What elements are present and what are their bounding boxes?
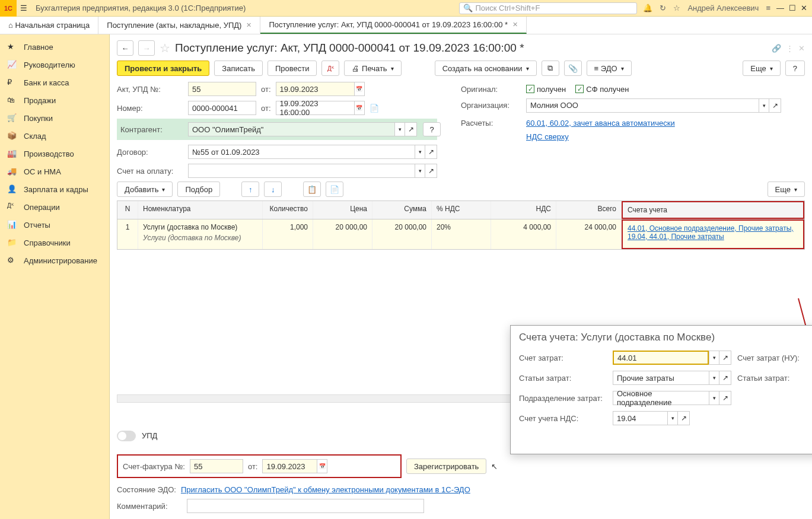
move-down-button[interactable]: ↓ — [264, 182, 282, 197]
maximize-button[interactable]: ☐ — [789, 4, 796, 12]
cell-accounts[interactable]: 44.01, Основное подразделение, Прочие за… — [622, 219, 804, 249]
post-and-close-button[interactable]: Провести и закрыть — [117, 61, 209, 76]
forward-button[interactable]: → — [138, 40, 155, 56]
col-vatsum[interactable]: НДС — [491, 201, 556, 219]
col-qty[interactable]: Количество — [263, 201, 313, 219]
act-number-input[interactable]: 55 — [188, 82, 256, 96]
sidebar-item-warehouse[interactable]: 📦Склад — [0, 127, 109, 145]
edo-invite-link[interactable]: Пригласить ООО "ОлимпТрейд" к обмену эле… — [181, 485, 470, 494]
sidebar-item-sales[interactable]: 🛍Продажи — [0, 91, 109, 109]
col-nomenclature[interactable]: Номенклатура — [138, 201, 263, 219]
calendar-icon[interactable]: 📅 — [354, 82, 365, 96]
vat-account-input[interactable]: 19.04 — [613, 411, 667, 425]
close-button[interactable]: ✕ — [801, 4, 807, 12]
org-input[interactable]: Молния ООО — [526, 98, 759, 113]
close-icon[interactable]: ✕ — [798, 44, 805, 53]
create-based-button[interactable]: Создать на основании — [435, 61, 537, 76]
settings-icon[interactable]: ≡ — [766, 4, 770, 12]
kebab-icon[interactable]: ⋮ — [786, 44, 794, 53]
doc-status-icon[interactable]: 📄 — [370, 104, 379, 113]
col-vat[interactable]: % НДС — [432, 201, 491, 219]
link-icon[interactable]: 🔗 — [772, 44, 781, 53]
open-icon[interactable]: ↗ — [405, 122, 417, 136]
open-icon[interactable]: ↗ — [769, 98, 781, 113]
sidebar-item-main[interactable]: ★Главное — [0, 38, 109, 56]
open-icon[interactable]: ↗ — [719, 351, 731, 365]
user-name[interactable]: Андрей Алексеевич — [687, 4, 759, 12]
search-input[interactable]: 🔍 Поиск Ctrl+Shift+F — [459, 2, 637, 14]
chevron-down-icon[interactable]: ▾ — [709, 391, 719, 405]
sf-received-checkbox[interactable]: ✓СФ получен — [575, 85, 629, 94]
cell-price[interactable]: 20 000,00 — [313, 219, 372, 249]
structure-button[interactable]: ⧉ — [542, 61, 559, 76]
contract-input[interactable]: №55 от 01.09.2023 — [188, 145, 415, 159]
close-icon[interactable]: ✕ — [246, 21, 251, 29]
col-total[interactable]: Всего — [556, 201, 622, 219]
chevron-down-icon[interactable]: ▾ — [709, 371, 719, 385]
print-button[interactable]: 🖨 Печать — [344, 61, 401, 76]
write-button[interactable]: Записать — [214, 61, 263, 76]
star-icon[interactable]: ☆ — [673, 4, 680, 12]
copy-button[interactable]: 📋 — [303, 182, 321, 197]
chevron-down-icon[interactable]: ▾ — [759, 98, 769, 113]
minimize-button[interactable]: — — [776, 4, 784, 12]
back-button[interactable]: ← — [117, 40, 133, 56]
debit-credit-button[interactable]: Дᴷ — [321, 61, 339, 76]
sidebar-item-admin[interactable]: ⚙Администрирование — [0, 251, 109, 269]
col-accounts[interactable]: Счета учета — [622, 201, 804, 219]
sidebar-item-assets[interactable]: 🚚ОС и НМА — [0, 163, 109, 180]
open-icon[interactable]: ↗ — [425, 145, 437, 159]
nds-mode-link[interactable]: НДС сверху — [526, 132, 569, 141]
chevron-down-icon[interactable]: ▾ — [667, 411, 678, 425]
post-button[interactable]: Провести — [268, 61, 317, 76]
attach-button[interactable]: 📎 — [564, 61, 582, 76]
move-up-button[interactable]: ↑ — [241, 182, 259, 197]
chevron-down-icon[interactable]: ▾ — [415, 164, 425, 178]
table-more-button[interactable]: Еще — [768, 182, 805, 197]
sidebar-item-manager[interactable]: 📈Руководителю — [0, 56, 109, 74]
select-button[interactable]: Подбор — [177, 182, 220, 197]
open-icon[interactable]: ↗ — [678, 411, 690, 425]
sidebar-item-refs[interactable]: 📁Справочники — [0, 234, 109, 251]
add-button[interactable]: Добавить — [117, 182, 173, 197]
cell-total[interactable]: 24 000,00 — [556, 219, 622, 249]
cell-vatsum[interactable]: 4 000,00 — [491, 219, 556, 249]
tab-home[interactable]: ⌂ Начальная страница — [0, 17, 98, 34]
more-button[interactable]: Еще — [743, 61, 780, 76]
sf-number-input[interactable]: 55 — [190, 459, 243, 473]
chevron-down-icon[interactable]: ▾ — [709, 351, 719, 365]
favorite-star-icon[interactable]: ☆ — [160, 41, 170, 55]
sidebar-item-operations[interactable]: ДᴷОперации — [0, 198, 109, 216]
cost-item-input[interactable]: Прочие затраты — [613, 371, 709, 385]
history-icon[interactable]: ↻ — [660, 4, 666, 12]
calendar-icon[interactable]: 📅 — [354, 101, 365, 115]
number-input[interactable]: 0000-000041 — [188, 101, 256, 115]
act-date-input[interactable]: 19.09.2023 — [276, 82, 354, 96]
sidebar-item-purchases[interactable]: 🛒Покупки — [0, 109, 109, 127]
cell-qty[interactable]: 1,000 — [263, 219, 313, 249]
sidebar-item-reports[interactable]: 📊Отчеты — [0, 216, 109, 234]
cell-sum[interactable]: 20 000,00 — [372, 219, 432, 249]
chevron-down-icon[interactable]: ▾ — [415, 145, 425, 159]
col-price[interactable]: Цена — [313, 201, 372, 219]
sf-date-input[interactable]: 19.09.2023 — [262, 459, 317, 473]
dept-input[interactable]: Основное подразделение — [613, 391, 709, 405]
sidebar-item-bank[interactable]: ₽Банк и касса — [0, 74, 109, 91]
upd-toggle[interactable] — [117, 431, 136, 441]
comment-input[interactable] — [187, 499, 424, 513]
contragent-input[interactable]: ООО "ОлимпТрейд" — [188, 122, 394, 136]
grid-row[interactable]: 1 Услуги (доставка по Москве) Услуги (до… — [117, 219, 804, 249]
tab-list[interactable]: Поступление (акты, накладные, УПД) ✕ — [98, 17, 260, 34]
open-icon[interactable]: ↗ — [719, 391, 731, 405]
col-sum[interactable]: Сумма — [372, 201, 432, 219]
cell-nomenclature[interactable]: Услуги (доставка по Москве) Услуги (дост… — [138, 219, 263, 249]
number-date-input[interactable]: 19.09.2023 16:00:00 — [276, 101, 354, 115]
cell-vat[interactable]: 20% — [432, 219, 491, 249]
sidebar-item-salary[interactable]: 👤Зарплата и кадры — [0, 180, 109, 198]
sidebar-item-production[interactable]: 🏭Производство — [0, 145, 109, 163]
edo-button[interactable]: ≡ ЭДО — [587, 61, 632, 76]
col-n[interactable]: N — [117, 201, 138, 219]
register-button[interactable]: Зарегистрировать — [406, 458, 486, 474]
cost-account-input[interactable]: 44.01 — [613, 351, 709, 365]
help-button[interactable]: ? — [785, 61, 805, 76]
